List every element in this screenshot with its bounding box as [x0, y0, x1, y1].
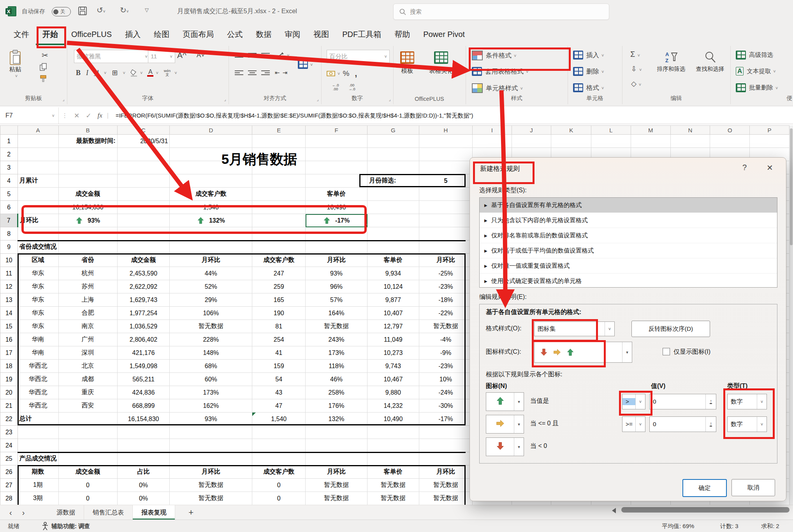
cell-H24[interactable] — [419, 439, 472, 452]
cell-G15[interactable]: 12,797 — [367, 320, 419, 333]
cell-M1[interactable] — [631, 135, 670, 148]
cell-A12[interactable]: 华东 — [18, 280, 58, 293]
row-header-17[interactable]: 17 — [0, 346, 18, 360]
cell-F28[interactable]: 暂无数据 — [306, 492, 367, 505]
sheet-tab-report[interactable]: 报表复现 — [133, 505, 175, 520]
cell-F10[interactable]: 月环比 — [306, 254, 367, 267]
format-painter-icon[interactable] — [40, 75, 47, 83]
autosum-icon[interactable]: Σ˅ — [630, 50, 640, 59]
dialog-close-icon[interactable]: ✕ — [767, 163, 773, 172]
cell-A9[interactable]: 省份成交情况 — [18, 241, 58, 254]
cell-A22[interactable]: 总计 — [18, 413, 58, 426]
cell-B21[interactable]: 西安 — [58, 399, 117, 413]
cell-D23[interactable] — [170, 426, 252, 439]
align-top-icon[interactable] — [235, 52, 243, 59]
increase-decimal-icon[interactable]: ←.0.00 — [332, 83, 339, 91]
cell-L1[interactable] — [591, 135, 631, 148]
cell-H19[interactable]: 10% — [419, 373, 472, 386]
cell-G4[interactable]: 月份筛选: — [367, 174, 419, 188]
cell-F25[interactable] — [306, 452, 367, 465]
cell-C16[interactable]: 2,806,402 — [117, 333, 170, 346]
cancel-entry-icon[interactable]: ✕ — [74, 112, 79, 120]
cell-C9[interactable] — [117, 241, 170, 254]
cell-F26[interactable]: 月环比 — [306, 465, 367, 479]
cell-G25[interactable] — [367, 452, 419, 465]
cell-F23[interactable] — [306, 426, 367, 439]
col-header-J[interactable]: J — [512, 126, 551, 135]
cell-E12[interactable]: 259 — [252, 280, 306, 293]
dialog-help-icon[interactable]: ? — [742, 163, 747, 172]
tab-data[interactable]: 数据 — [249, 24, 278, 45]
cell-B25[interactable] — [58, 452, 117, 465]
cell-A15[interactable]: 华东 — [18, 320, 58, 333]
cell-H18[interactable]: -23% — [419, 360, 472, 373]
cell-E14[interactable]: 190 — [252, 307, 306, 320]
cell-F8[interactable] — [306, 227, 367, 241]
rule-type-option[interactable]: ▶使用公式确定要设置格式的单元格 — [480, 274, 777, 288]
cell-C6[interactable] — [117, 201, 170, 214]
bold-icon[interactable]: B — [76, 69, 81, 77]
cell-H6[interactable] — [419, 201, 472, 214]
col-header-I[interactable]: I — [473, 126, 512, 135]
cell-H20[interactable]: -24% — [419, 386, 472, 399]
cell-C28[interactable]: 0% — [117, 492, 170, 505]
advanced-filter-button[interactable]: 高级筛选 — [736, 51, 773, 60]
cell-H2[interactable] — [419, 148, 472, 161]
cell-B9[interactable] — [58, 241, 117, 254]
cell-C21[interactable]: 668,899 — [117, 399, 170, 413]
col-header-E[interactable]: E — [252, 126, 306, 135]
cell-B18[interactable]: 北京 — [58, 360, 117, 373]
save-icon[interactable] — [78, 6, 87, 16]
rule-type-option[interactable]: ▶只为包含以下内容的单元格设置格式 — [480, 213, 777, 228]
cell-B14[interactable]: 合肥 — [58, 307, 117, 320]
cell-D12[interactable]: 52% — [170, 280, 252, 293]
icon-select-right[interactable]: ▾ — [486, 415, 524, 434]
insert-cells-button[interactable]: 插入˅ — [573, 51, 604, 60]
cell-A27[interactable]: 1期 — [18, 479, 58, 492]
cell-D10[interactable]: 月环比 — [170, 254, 252, 267]
cell-B7[interactable]: 93% — [58, 214, 117, 227]
cell-N1[interactable] — [670, 135, 710, 148]
cell-C5[interactable] — [117, 188, 170, 201]
autosave-toggle[interactable]: 关 — [52, 7, 71, 16]
cell-D14[interactable]: 106% — [170, 307, 252, 320]
rule2-operator-select[interactable]: >=˅ — [622, 416, 645, 432]
format-style-select[interactable]: 图标集˅ — [534, 321, 615, 336]
cell-D19[interactable]: 60% — [170, 373, 252, 386]
ok-button[interactable]: 确定 — [682, 479, 727, 497]
row-header-20[interactable]: 20 — [0, 386, 18, 399]
cell-E9[interactable] — [252, 241, 306, 254]
rule2-value-input[interactable]: 0↑ — [649, 416, 716, 432]
cell-D17[interactable]: 148% — [170, 346, 252, 360]
search-input[interactable]: 搜索 — [393, 4, 609, 20]
cell-G10[interactable]: 客单价 — [367, 254, 419, 267]
cell-H12[interactable]: -23% — [419, 280, 472, 293]
cell-C4[interactable] — [117, 174, 170, 188]
col-header-K[interactable]: K — [551, 126, 591, 135]
cell-A5[interactable] — [18, 188, 58, 201]
row-header-15[interactable]: 15 — [0, 320, 18, 333]
cell-H1[interactable] — [419, 135, 472, 148]
col-header-P[interactable]: P — [750, 126, 789, 135]
icon-select-up[interactable]: ▾ — [486, 392, 524, 411]
cell-C11[interactable]: 2,453,590 — [117, 267, 170, 280]
row-header-5[interactable]: 5 — [0, 188, 18, 201]
tab-review[interactable]: 审阅 — [278, 24, 307, 45]
cell-B1[interactable]: 最新数据时间: — [58, 135, 117, 148]
font-launcher-icon[interactable]: ⌟ — [224, 97, 226, 102]
cell-G27[interactable]: 暂无数据 — [367, 479, 419, 492]
cell-D5[interactable]: 成交客户数 — [170, 188, 252, 201]
cell-D13[interactable]: 29% — [170, 293, 252, 307]
cell-D25[interactable] — [170, 452, 252, 465]
cell-C27[interactable]: 0% — [117, 479, 170, 492]
cell-D1[interactable] — [170, 135, 252, 148]
cell-F7[interactable]: -17% — [306, 214, 367, 227]
cell-E13[interactable]: 165 — [252, 293, 306, 307]
cell-H8[interactable] — [419, 227, 472, 241]
cell-G5[interactable] — [367, 188, 419, 201]
row-header-8[interactable]: 8 — [0, 227, 18, 241]
sheet-tab-source-data[interactable]: 源数据 — [48, 505, 84, 520]
cell-I1[interactable] — [473, 135, 512, 148]
select-all-corner[interactable] — [0, 126, 18, 135]
cell-G11[interactable]: 9,934 — [367, 267, 419, 280]
